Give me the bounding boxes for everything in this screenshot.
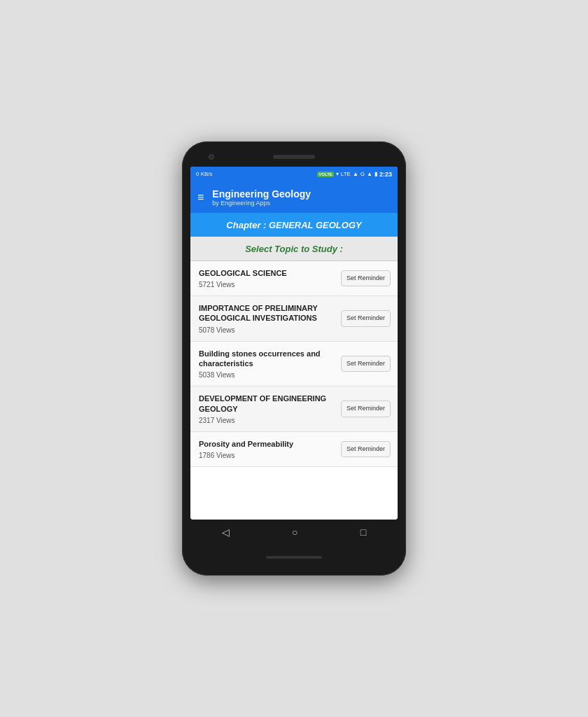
phone-device: 0 KB/s VOLTE ▾ LTE ▲ G ▲ ▮ 2:23 ≡ Engine…: [182, 141, 406, 576]
topic-item[interactable]: DEVELOPMENT OF ENGINEERING GEOLOGY2317 V…: [190, 387, 398, 432]
hamburger-menu-button[interactable]: ≡: [197, 191, 204, 204]
set-reminder-button[interactable]: Set Reminder: [341, 270, 391, 287]
data-speed: 0 KB/s: [196, 172, 213, 177]
recents-button[interactable]: □: [355, 524, 372, 541]
volte-badge: VOLTE: [317, 172, 334, 177]
g-icon: G: [360, 171, 365, 177]
topic-info: IMPORTANCE OF PRELIMINARY GEOLOGICAL INV…: [199, 303, 335, 334]
chapter-header: Chapter : GENERAL GEOLOGY: [190, 213, 398, 237]
topic-list: GEOLOGICAL SCIENCE5721 ViewsSet Reminder…: [190, 261, 398, 520]
wifi-icon: ▾: [336, 171, 339, 177]
topic-info: Building stones occurrences and characte…: [199, 349, 335, 380]
app-bar: ≡ Engineering Geology by Engineering App…: [190, 182, 398, 213]
topic-name: IMPORTANCE OF PRELIMINARY GEOLOGICAL INV…: [199, 303, 335, 323]
lte-label: LTE: [341, 171, 351, 177]
topic-name: DEVELOPMENT OF ENGINEERING GEOLOGY: [199, 394, 335, 414]
nav-bar: ◁ ○ □: [190, 520, 398, 545]
topic-views: 5721 Views: [199, 281, 335, 288]
topic-info: GEOLOGICAL SCIENCE5721 Views: [199, 268, 335, 288]
set-reminder-button[interactable]: Set Reminder: [341, 441, 391, 458]
phone-top-bar: [188, 150, 400, 164]
set-reminder-button[interactable]: Set Reminder: [341, 401, 391, 417]
back-button[interactable]: ◁: [216, 524, 235, 541]
topic-info: DEVELOPMENT OF ENGINEERING GEOLOGY2317 V…: [199, 394, 335, 424]
phone-screen: 0 KB/s VOLTE ▾ LTE ▲ G ▲ ▮ 2:23 ≡ Engine…: [190, 167, 398, 520]
topic-views: 5078 Views: [199, 326, 335, 334]
battery-icon: ▮: [374, 171, 377, 177]
app-subtitle: by Engineering Apps: [212, 200, 311, 207]
select-topic-bar: Select Topic to Study :: [190, 237, 398, 261]
topic-item[interactable]: GEOLOGICAL SCIENCE5721 ViewsSet Reminder: [190, 261, 398, 296]
status-bar: 0 KB/s VOLTE ▾ LTE ▲ G ▲ ▮ 2:23: [190, 167, 398, 182]
speaker-grill: [273, 155, 315, 159]
status-left: 0 KB/s: [196, 172, 213, 177]
camera-dot: [209, 154, 214, 160]
chapter-title: Chapter : GENERAL GEOLOGY: [226, 220, 361, 230]
signal-icon: ▲: [353, 171, 358, 177]
status-right: VOLTE ▾ LTE ▲ G ▲ ▮ 2:23: [317, 171, 392, 178]
topic-name: Porosity and Permeability: [199, 439, 335, 449]
select-topic-label: Select Topic to Study :: [245, 244, 343, 254]
topic-item[interactable]: Porosity and Permeability1786 ViewsSet R…: [190, 432, 398, 467]
signal-icon2: ▲: [367, 171, 372, 177]
topic-name: GEOLOGICAL SCIENCE: [199, 268, 335, 278]
topic-info: Porosity and Permeability1786 Views: [199, 439, 335, 459]
home-button[interactable]: ○: [286, 524, 303, 541]
set-reminder-button[interactable]: Set Reminder: [341, 310, 391, 327]
app-bar-title-group: Engineering Geology by Engineering Apps: [212, 188, 311, 207]
set-reminder-button[interactable]: Set Reminder: [341, 356, 391, 373]
time-display: 2:23: [379, 171, 392, 178]
topic-name: Building stones occurrences and characte…: [199, 349, 335, 369]
topic-item[interactable]: IMPORTANCE OF PRELIMINARY GEOLOGICAL INV…: [190, 296, 398, 342]
topic-views: 1786 Views: [199, 452, 335, 459]
app-title: Engineering Geology: [212, 188, 311, 200]
topic-item[interactable]: Building stones occurrences and characte…: [190, 342, 398, 387]
topic-views: 5038 Views: [199, 371, 335, 379]
phone-bottom: [266, 548, 322, 567]
bottom-bar-line: [266, 556, 322, 559]
topic-views: 2317 Views: [199, 417, 335, 424]
